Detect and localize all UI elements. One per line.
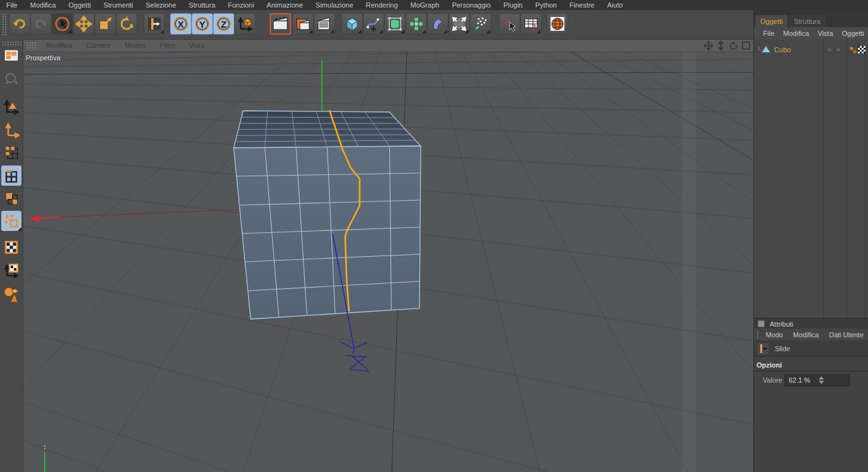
y-axis-icon: Y xyxy=(195,17,209,31)
z-axis-lock-button[interactable]: Z xyxy=(213,13,234,35)
active-tool-header[interactable]: Slide xyxy=(754,340,868,357)
rotate-tool-button[interactable] xyxy=(116,13,137,35)
xpresso-icon: ? xyxy=(523,16,539,32)
edges-mode-button[interactable] xyxy=(1,166,21,186)
menu-struttura[interactable]: Struttura xyxy=(183,0,222,10)
floor-grid-major-depth xyxy=(570,52,753,472)
add-subdivision-surface-button[interactable] xyxy=(384,13,406,35)
object-name[interactable]: Cubo xyxy=(774,46,791,53)
add-particles-button[interactable] xyxy=(470,13,491,35)
workplane-lock-icon xyxy=(147,16,162,31)
add-spline-button[interactable] xyxy=(363,13,384,35)
om-menu-file[interactable]: File xyxy=(759,30,779,37)
render-settings-button[interactable] xyxy=(314,13,335,35)
menu-finestre[interactable]: Finestre xyxy=(563,0,601,10)
xpresso-button[interactable]: ? xyxy=(520,13,542,35)
perspective-viewport[interactable]: Modifica Camere Mostra Filtro Vista Pros… xyxy=(23,39,753,472)
object-manager-grip[interactable] xyxy=(756,29,757,37)
menu-mograph[interactable]: MoGraph xyxy=(404,0,446,10)
viewport-solo-button[interactable] xyxy=(1,284,21,305)
polygons-mode-button[interactable] xyxy=(1,188,21,208)
scale-tool-button[interactable] xyxy=(94,13,116,35)
render-picture-viewer-button[interactable] xyxy=(292,13,314,35)
texture-axis-mode-button[interactable] xyxy=(1,260,21,280)
redo-button[interactable] xyxy=(30,13,52,35)
menu-personaggio[interactable]: Personaggio xyxy=(445,0,497,10)
om-menu-vista[interactable]: Vista xyxy=(813,30,837,37)
column-divider[interactable] xyxy=(823,39,824,318)
live-selection-button[interactable] xyxy=(52,13,73,35)
floor-grid-major-transverse xyxy=(23,72,753,74)
object-axis-mode-button[interactable] xyxy=(1,121,21,141)
cube-object[interactable] xyxy=(234,110,421,319)
y-axis-lock-button[interactable]: Y xyxy=(191,13,213,35)
stepper-icon[interactable] xyxy=(816,376,849,384)
viewport-menu-filtro[interactable]: Filtro xyxy=(153,42,182,49)
editor-visibility-dot[interactable] xyxy=(828,48,831,52)
x-axis-line-dim xyxy=(57,210,240,217)
move-tool-button[interactable] xyxy=(73,13,94,35)
camera-label[interactable]: Prospettiva xyxy=(26,54,60,62)
texture-mode-button[interactable] xyxy=(1,237,21,257)
menu-plugin[interactable]: Plugin xyxy=(497,0,529,10)
am-menu-dati-utente[interactable]: Dati Utente xyxy=(824,331,868,339)
coordinate-system-button[interactable] xyxy=(234,13,256,35)
attribute-manager-grip[interactable] xyxy=(756,330,758,339)
dolly-icon[interactable] xyxy=(716,40,726,50)
add-generator-button[interactable] xyxy=(406,13,427,35)
points-mode-icon xyxy=(3,144,20,160)
workplane-lock-button[interactable] xyxy=(144,13,165,35)
point-selection-tag-icon[interactable] xyxy=(849,46,857,54)
am-menu-modo[interactable]: Modo xyxy=(760,331,788,339)
points-mode-button[interactable] xyxy=(1,142,21,162)
viewport-grip[interactable] xyxy=(26,41,37,50)
axis-modification-button[interactable] xyxy=(1,69,21,89)
viewport-menu-camere[interactable]: Camere xyxy=(79,42,118,49)
add-cube-button[interactable] xyxy=(341,13,363,35)
uvw-tag-icon[interactable] xyxy=(858,46,865,53)
menu-python[interactable]: Python xyxy=(529,0,563,10)
tab-struttura[interactable]: Struttura xyxy=(789,15,825,27)
help-button[interactable]: ? xyxy=(499,13,520,35)
model-mode-button[interactable] xyxy=(1,97,21,117)
viewport-menu-modifica[interactable]: Modifica xyxy=(40,42,79,49)
column-divider[interactable] xyxy=(865,39,865,318)
tab-oggetti[interactable]: Oggetti xyxy=(755,15,787,27)
orbit-icon[interactable] xyxy=(728,40,738,50)
add-deformer-button[interactable] xyxy=(427,13,448,35)
render-view-button[interactable] xyxy=(270,13,291,35)
render-visibility-dot[interactable] xyxy=(837,48,840,52)
menu-animazione[interactable]: Animazione xyxy=(260,0,309,10)
object-manager-list[interactable]: └ Cubo xyxy=(754,39,868,318)
viewport-menu-vista[interactable]: Vista xyxy=(182,42,211,49)
viewport-canvas[interactable] xyxy=(23,52,753,472)
undo-button[interactable] xyxy=(9,13,30,35)
section-header-opzioni[interactable]: Opzioni xyxy=(754,361,868,371)
menu-strumenti[interactable]: Strumenti xyxy=(97,0,139,10)
palette-grip[interactable] xyxy=(1,40,21,45)
toolbar-grip[interactable] xyxy=(1,13,8,37)
am-menu-modifica[interactable]: Modifica xyxy=(788,331,824,339)
menu-simulazione[interactable]: Simulazione xyxy=(309,0,360,10)
menu-oggetti[interactable]: Oggetti xyxy=(62,0,97,10)
menu-aiuto[interactable]: Aiuto xyxy=(601,0,629,10)
om-menu-modifica[interactable]: Modifica xyxy=(779,30,813,37)
menu-selezione[interactable]: Selezione xyxy=(139,0,182,10)
menu-funzioni[interactable]: Funzioni xyxy=(222,0,261,10)
menu-rendering[interactable]: Rendering xyxy=(360,0,404,10)
add-environment-button[interactable] xyxy=(448,13,470,35)
menu-modifica[interactable]: Modifica xyxy=(24,0,62,10)
valore-input[interactable]: 62.1 % xyxy=(784,374,850,386)
enable-snap-button[interactable] xyxy=(1,211,21,231)
online-help-button[interactable] xyxy=(547,13,568,35)
valore-label: Valore xyxy=(763,376,784,384)
pan-icon[interactable] xyxy=(703,40,713,50)
menu-file[interactable]: File xyxy=(0,0,24,10)
x-axis-lock-button[interactable]: X xyxy=(170,13,191,35)
column-divider[interactable] xyxy=(847,39,847,318)
make-editable-button[interactable] xyxy=(1,45,21,65)
om-menu-oggetti[interactable]: Oggetti xyxy=(838,30,868,37)
viewport-menu-mostra[interactable]: Mostra xyxy=(118,42,153,49)
maximize-icon[interactable] xyxy=(741,40,751,50)
x-axis-arrow xyxy=(28,215,40,222)
